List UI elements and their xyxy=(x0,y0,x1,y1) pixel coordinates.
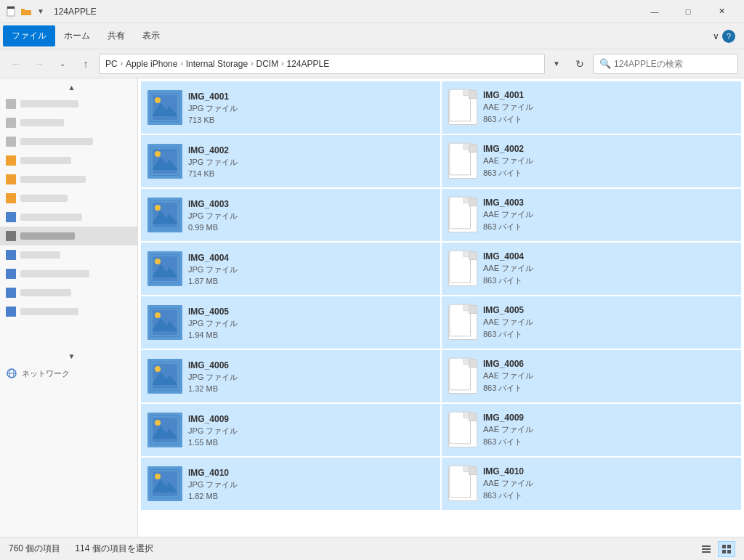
sidebar-item[interactable] xyxy=(0,283,137,302)
file-item[interactable]: IMG_4001 JPG ファイル 713 KB xyxy=(141,81,440,134)
refresh-button[interactable]: ↻ xyxy=(570,54,590,74)
sidebar-item[interactable] xyxy=(0,94,137,113)
menu-share[interactable]: 共有 xyxy=(99,25,134,46)
file-name: IMG_4003 xyxy=(188,199,238,209)
address-bar: ← → ⌄ ↑ PC › Apple iPhone › Internal Sto… xyxy=(0,49,744,78)
file-item[interactable]: IMG_4005 AAE ファイル 863 バイト xyxy=(442,296,741,349)
back-button[interactable]: ← xyxy=(6,54,26,74)
file-item[interactable]: IMG_4003 JPG ファイル 0.99 MB xyxy=(141,189,440,241)
minimize-button[interactable]: — xyxy=(638,0,671,23)
item-count: 760 個の項目 xyxy=(9,543,60,555)
sidebar-label xyxy=(20,195,68,202)
sidebar-label xyxy=(20,308,78,315)
sidebar-icon xyxy=(6,99,16,109)
sidebar-icon xyxy=(6,174,16,184)
up-button[interactable]: ↑ xyxy=(76,54,96,74)
file-item[interactable]: IMG_4006 JPG ファイル 1.32 MB xyxy=(141,350,440,402)
path-arrow-3: › xyxy=(251,60,253,68)
sidebar-label xyxy=(20,232,75,240)
file-item[interactable]: IMG_4002 AAE ファイル 863 バイト xyxy=(442,135,741,187)
dropdown-nav-button[interactable]: ⌄ xyxy=(52,54,73,74)
sidebar-icon xyxy=(6,193,16,203)
sidebar-item[interactable] xyxy=(0,227,137,245)
selected-count: 114 個の項目を選択 xyxy=(75,543,153,555)
file-size: 1.94 MB xyxy=(188,330,238,339)
file-item[interactable]: IMG_4002 JPG ファイル 714 KB xyxy=(141,135,440,187)
svg-rect-52 xyxy=(464,358,470,365)
chevron-icon[interactable]: ∨ xyxy=(713,31,719,41)
help-icon[interactable]: ? xyxy=(722,30,735,43)
sidebar-icon xyxy=(6,307,16,317)
sidebar-item[interactable] xyxy=(0,189,137,208)
sidebar-item-network[interactable]: ネットワーク xyxy=(0,363,137,384)
file-item[interactable]: IMG_4010 JPG ファイル 1.82 MB xyxy=(141,458,440,510)
file-type: AAE ファイル xyxy=(483,317,533,328)
svg-rect-22 xyxy=(150,200,179,230)
page-icon xyxy=(6,6,17,17)
sidebar-item[interactable] xyxy=(0,132,137,151)
file-item[interactable]: IMG_4009 AAE ファイル 863 バイト xyxy=(442,404,741,456)
path-dropdown-button[interactable]: ▼ xyxy=(548,54,565,74)
file-name: IMG_4004 xyxy=(483,251,533,261)
close-button[interactable]: ✕ xyxy=(705,0,738,23)
path-iphone: Apple iPhone xyxy=(126,59,177,69)
scroll-up-icon[interactable]: ▲ xyxy=(68,83,76,93)
menu-view[interactable]: 表示 xyxy=(134,25,169,46)
menu-home[interactable]: ホーム xyxy=(55,25,99,46)
path-arrow-4: › xyxy=(281,60,283,68)
sidebar-item[interactable] xyxy=(0,208,137,227)
file-size: 714 KB xyxy=(188,169,238,178)
svg-rect-72 xyxy=(722,545,726,548)
aae-file-icon xyxy=(448,413,477,447)
file-info: IMG_4009 AAE ファイル 863 バイト xyxy=(483,413,533,447)
list-view-button[interactable] xyxy=(698,541,715,557)
search-input[interactable] xyxy=(614,59,730,69)
file-item[interactable]: IMG_4004 AAE ファイル 863 バイト xyxy=(442,243,741,295)
tile-view-button[interactable] xyxy=(718,541,735,557)
file-item[interactable]: IMG_4009 JPG ファイル 1.55 MB xyxy=(141,404,440,456)
file-info: IMG_4003 AAE ファイル 863 バイト xyxy=(483,198,533,232)
network-icon xyxy=(6,368,17,379)
maximize-button[interactable]: □ xyxy=(671,0,705,23)
file-item[interactable]: IMG_4005 JPG ファイル 1.94 MB xyxy=(141,296,440,349)
file-type: AAE ファイル xyxy=(483,478,533,489)
orange-folder-icon xyxy=(20,6,32,17)
sidebar-item[interactable] xyxy=(0,151,137,170)
svg-point-48 xyxy=(155,366,161,372)
forward-button[interactable]: → xyxy=(29,54,49,74)
menu-file[interactable]: ファイル xyxy=(3,25,55,46)
dropdown-icon: ▼ xyxy=(35,6,46,17)
svg-rect-44 xyxy=(464,304,470,311)
svg-point-40 xyxy=(155,312,161,318)
sidebar-item[interactable] xyxy=(0,245,137,264)
file-item[interactable]: IMG_4006 AAE ファイル 863 バイト xyxy=(442,350,741,402)
sidebar-item[interactable] xyxy=(0,302,137,321)
svg-point-16 xyxy=(155,151,161,157)
sidebar-item[interactable] xyxy=(0,170,137,189)
aae-file-icon xyxy=(448,90,477,125)
file-size: 863 バイト xyxy=(483,490,533,501)
file-size: 863 バイト xyxy=(483,437,533,447)
svg-rect-54 xyxy=(150,415,179,445)
sidebar-item[interactable] xyxy=(0,113,137,132)
file-type: JPG ファイル xyxy=(188,264,238,275)
sidebar-scroll-up[interactable]: ▲ xyxy=(0,81,137,94)
address-path[interactable]: PC › Apple iPhone › Internal Storage › D… xyxy=(99,54,545,74)
file-item[interactable]: IMG_4001 AAE ファイル 863 バイト xyxy=(442,81,741,134)
file-item[interactable]: IMG_4010 AAE ファイル 863 バイト xyxy=(442,458,741,510)
scroll-down-icon[interactable]: ▼ xyxy=(68,352,76,362)
sidebar-item[interactable] xyxy=(0,264,137,283)
sidebar: ▲ xyxy=(0,78,138,537)
sidebar-scroll-down[interactable]: ▼ xyxy=(0,350,137,363)
svg-rect-73 xyxy=(727,545,731,548)
aae-file-icon xyxy=(448,251,477,286)
file-item[interactable]: IMG_4004 JPG ファイル 1.87 MB xyxy=(141,243,440,295)
file-item[interactable]: IMG_4003 AAE ファイル 863 バイト xyxy=(442,189,741,241)
window-controls: — □ ✕ xyxy=(638,0,738,23)
search-box: 🔍 xyxy=(593,54,738,74)
file-info: IMG_4006 AAE ファイル 863 バイト xyxy=(483,359,533,394)
file-size: 863 バイト xyxy=(483,383,533,394)
path-arrow-1: › xyxy=(121,60,123,68)
file-name: IMG_4010 xyxy=(188,468,238,478)
status-bar: 760 個の項目 114 個の項目を選択 xyxy=(0,537,744,560)
